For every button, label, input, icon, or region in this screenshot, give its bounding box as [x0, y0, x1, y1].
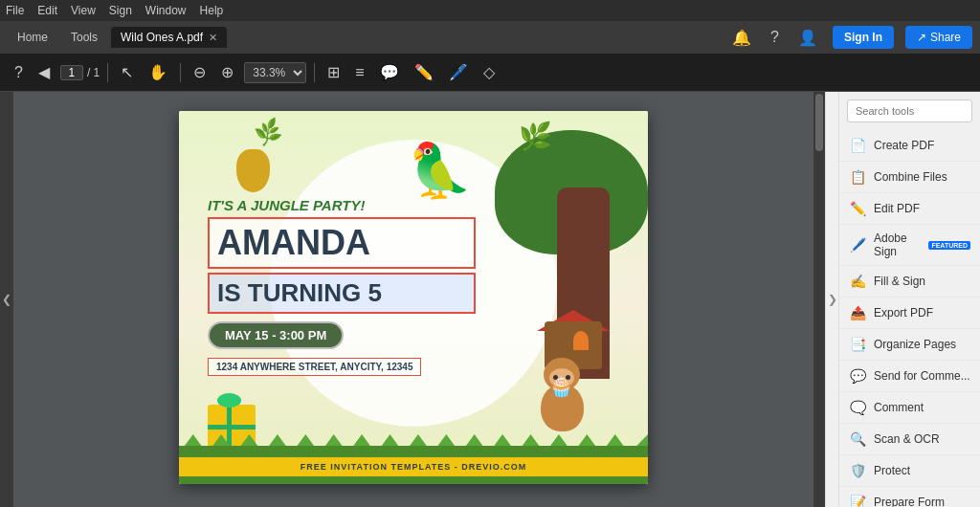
page-number-input[interactable]	[60, 65, 83, 80]
invitation-background: 🌿 🌿 🦜	[179, 111, 648, 484]
scrolling-mode-icon[interactable]: ≡	[350, 61, 368, 84]
export-pdf-icon: 📤	[849, 304, 866, 321]
comment-icon[interactable]: 💬	[375, 60, 404, 84]
tab-close-icon[interactable]: ✕	[209, 32, 217, 44]
organize-pages-icon: 📑	[849, 336, 866, 353]
menu-window[interactable]: Window	[145, 4, 187, 17]
share-icon: ↗	[917, 31, 926, 44]
name-box: AMANDA	[208, 217, 476, 269]
pterodactyl-bird: 🦜	[407, 140, 473, 202]
jungle-party-heading: IT'S A JUNGLE PARTY!	[208, 197, 476, 213]
account-icon[interactable]: 👤	[794, 27, 821, 49]
left-panel-toggle[interactable]: ❮	[0, 92, 13, 507]
gift-ribbon-vertical	[227, 405, 232, 448]
toolbar: ? ◀ / 1 ↖ ✋ ⊖ ⊕ 33.3% ⊞ ≡ 💬 ✏️ 🖊️ ◇	[0, 54, 980, 92]
turning-box: IS TURNING 5	[208, 273, 476, 314]
pan-tool-icon[interactable]: ✋	[144, 60, 172, 84]
tool-item-comment[interactable]: 🗨️ Comment	[839, 392, 980, 424]
share-button[interactable]: ↗ Share	[905, 26, 972, 49]
menu-view[interactable]: View	[71, 4, 96, 17]
edit-pdf-icon: ✏️	[849, 200, 866, 217]
beehive	[236, 149, 270, 192]
combine-files-icon: 📋	[849, 168, 866, 186]
leaf-decoration-right: 🌿	[519, 121, 552, 152]
draw-icon[interactable]: ✏️	[410, 60, 438, 84]
highlight-icon[interactable]: 🖊️	[444, 60, 473, 84]
protect-icon: 🛡️	[849, 462, 866, 479]
help-icon[interactable]: ?	[767, 27, 783, 48]
prepare-form-icon: 📝	[849, 494, 866, 507]
pdf-scrollbar[interactable]	[813, 92, 825, 507]
scan-ocr-icon: 🔍	[849, 430, 866, 448]
bottom-banner: FREE INVITATION TEMPLATES - DREVIO.COM	[179, 457, 648, 476]
main-content: ❮ 🌿 🌿	[0, 92, 980, 507]
pdf-viewer-area[interactable]: 🌿 🌿 🦜	[13, 92, 813, 507]
tool-item-protect[interactable]: 🛡️ Protect	[839, 455, 980, 487]
tab-document-label: Wild Ones A.pdf	[121, 31, 203, 44]
edit-pdf-label: Edit PDF	[874, 202, 920, 215]
tool-item-combine-files[interactable]: 📋 Combine Files	[839, 162, 980, 193]
zoom-out-icon[interactable]: ⊖	[189, 60, 211, 84]
name-text: AMANDA	[217, 223, 466, 263]
zoom-in-icon[interactable]: ⊕	[216, 60, 238, 84]
pdf-document: 🌿 🌿 🦜	[179, 111, 648, 484]
menu-sign[interactable]: Sign	[109, 4, 132, 17]
create-pdf-icon: 📄	[849, 137, 866, 154]
search-tools-container	[839, 92, 980, 130]
scan-ocr-label: Scan & OCR	[874, 432, 940, 446]
view-mode-icon[interactable]: ⊞	[323, 60, 345, 84]
navigate-back-icon[interactable]: ◀	[33, 60, 55, 84]
right-panel-toggle[interactable]: ❯	[825, 92, 838, 507]
notification-icon[interactable]: 🔔	[728, 27, 755, 49]
fill-sign-icon: ✍️	[849, 273, 866, 290]
menu-file[interactable]: File	[6, 4, 24, 17]
create-pdf-label: Create PDF	[874, 139, 934, 152]
date-pill: MAY 15 - 3:00 PM	[208, 321, 344, 349]
tool-item-prepare-form[interactable]: 📝 Prepare Form	[839, 487, 980, 507]
page-separator: / 1	[87, 66, 100, 79]
tree-house-window	[573, 331, 589, 350]
tab-active-document[interactable]: Wild Ones A.pdf ✕	[111, 27, 227, 48]
signin-button[interactable]: Sign In	[833, 26, 894, 49]
search-tools-input[interactable]	[847, 99, 972, 122]
leaf-decoration-left: 🌿	[252, 117, 284, 149]
page-navigation: / 1	[60, 65, 100, 80]
tool-item-adobe-sign[interactable]: 🖊️ Adobe Sign FEATURED	[839, 225, 980, 266]
tab-home[interactable]: Home	[8, 27, 57, 48]
toolbar-separator-3	[314, 63, 315, 82]
featured-badge: FEATURED	[928, 241, 970, 250]
tool-item-fill-sign[interactable]: ✍️ Fill & Sign	[839, 266, 980, 298]
menu-bar: File Edit View Sign Window Help	[0, 0, 980, 21]
bottom-banner-text: FREE INVITATION TEMPLATES - DREVIO.COM	[301, 462, 527, 472]
fill-sign-label: Fill & Sign	[874, 275, 925, 288]
protect-label: Protect	[874, 464, 910, 477]
cupcake: 🧁	[549, 375, 573, 398]
scrollbar-thumb[interactable]	[815, 94, 823, 151]
organize-pages-label: Organize Pages	[874, 338, 956, 351]
address-box: 1234 ANYWHERE STREET, ANYCITY, 12345	[208, 358, 421, 376]
tool-item-send-comment[interactable]: 💬 Send for Comme...	[839, 361, 980, 392]
adobe-sign-label: Adobe Sign	[874, 231, 921, 258]
stamp-icon[interactable]: ◇	[479, 60, 500, 84]
menu-help[interactable]: Help	[200, 4, 224, 17]
address-text: 1234 ANYWHERE STREET, ANYCITY, 12345	[216, 362, 412, 372]
tool-item-export-pdf[interactable]: 📤 Export PDF	[839, 298, 980, 329]
prepare-form-label: Prepare Form	[874, 496, 945, 507]
right-panel: 📄 Create PDF 📋 Combine Files ✏️ Edit PDF…	[838, 92, 980, 507]
right-arrow-icon: ❯	[828, 293, 837, 306]
tool-item-organize-pages[interactable]: 📑 Organize Pages	[839, 329, 980, 361]
left-arrow-icon: ❮	[2, 293, 11, 306]
turning-text: IS TURNING 5	[217, 278, 466, 308]
tab-tools[interactable]: Tools	[61, 27, 107, 48]
help-toolbar-icon[interactable]: ?	[10, 61, 28, 84]
invite-text-block: IT'S A JUNGLE PARTY! AMANDA IS TURNING 5…	[208, 197, 476, 376]
share-label: Share	[930, 31, 961, 44]
menu-edit[interactable]: Edit	[37, 4, 57, 17]
select-tool-icon[interactable]: ↖	[116, 60, 138, 84]
tab-bar: Home Tools Wild Ones A.pdf ✕ 🔔 ? 👤 Sign …	[0, 21, 980, 54]
tool-item-edit-pdf[interactable]: ✏️ Edit PDF	[839, 193, 980, 225]
tool-item-create-pdf[interactable]: 📄 Create PDF	[839, 130, 980, 162]
tab-bar-right: 🔔 ? 👤 Sign In ↗ Share	[728, 26, 972, 49]
tool-item-scan-ocr[interactable]: 🔍 Scan & OCR	[839, 424, 980, 455]
zoom-select[interactable]: 33.3%	[244, 62, 306, 83]
